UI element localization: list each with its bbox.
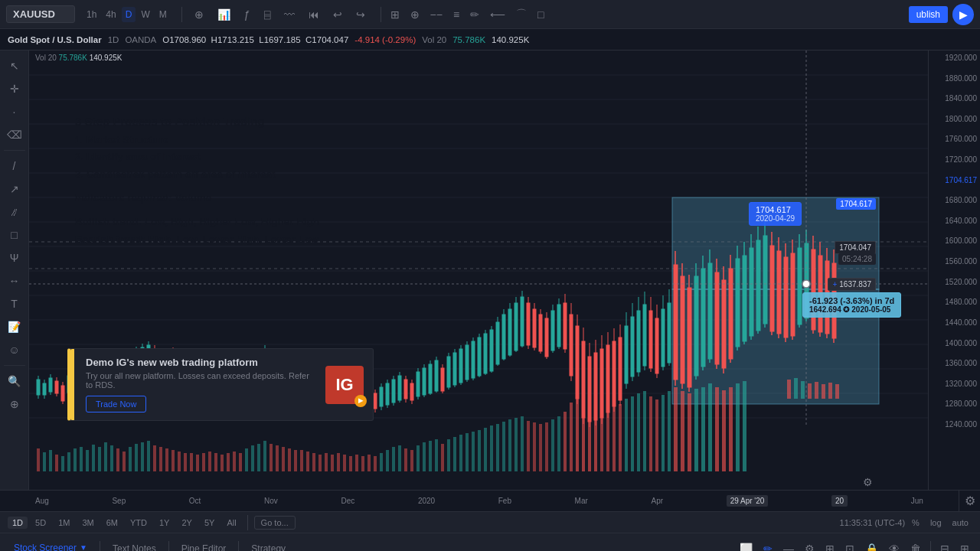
vol-indicator: Vol 20 75.786K 140.925K (35, 54, 122, 62)
indicators-icon[interactable]: ƒ (240, 6, 255, 23)
fib-tool[interactable]: Ψ (4, 247, 25, 269)
crosshair-icon[interactable]: ⊕ (406, 6, 424, 23)
svg-rect-298 (147, 441, 150, 471)
lock-icon-btn[interactable]: 🔒 (861, 540, 883, 552)
line-icon-btn[interactable]: — (779, 540, 799, 552)
note-tool[interactable]: 📝 (4, 316, 25, 337)
tf-4h[interactable]: 4h (102, 7, 119, 22)
tf-1h[interactable]: 1h (83, 7, 100, 22)
log-button[interactable]: log (926, 517, 946, 529)
eraser-icon[interactable]: −− (426, 6, 447, 23)
svg-rect-381 (655, 399, 658, 471)
period-2y[interactable]: 2Y (177, 517, 196, 529)
eye-icon-btn[interactable]: 👁 (884, 540, 904, 552)
cursor-tool[interactable]: ↖ (4, 55, 25, 77)
period-1m[interactable]: 1M (54, 517, 74, 529)
emoji-tool[interactable]: ☺ (4, 339, 25, 360)
svg-point-279 (802, 280, 810, 288)
left-toolbar: ↖ ✛ · ⌫ / ↗ ⫽ □ Ψ ↔ T 📝 ☺ 🔍 ⊕ (0, 51, 29, 490)
tab-text-notes[interactable]: Text Notes (105, 540, 164, 552)
period-ytd[interactable]: YTD (126, 517, 152, 529)
symbol-display[interactable]: XAUUSD (6, 5, 75, 23)
measure-tool[interactable]: ↔ (4, 270, 25, 292)
compare-icon[interactable]: ⊕ (190, 6, 208, 23)
tf-W[interactable]: W (137, 7, 153, 22)
period-all[interactable]: All (222, 517, 240, 529)
chart-settings-icon[interactable]: ⚙ (863, 476, 873, 488)
period-5y[interactable]: 5Y (200, 517, 219, 529)
dot-tool[interactable]: · (4, 101, 25, 122)
redo-icon[interactable]: ↪ (351, 6, 370, 23)
price-1320: 1360.000 (929, 359, 977, 367)
tab-stock-screener[interactable]: Stock Screener ▼ (6, 540, 95, 552)
crop-icon-btn[interactable]: ⊡ (841, 540, 859, 552)
svg-rect-342 (416, 445, 420, 471)
svg-rect-308 (208, 452, 211, 471)
collapse-icon-btn[interactable]: ⊟ (936, 540, 954, 552)
replay-icon[interactable]: ⏮ (304, 6, 324, 23)
svg-rect-356 (502, 422, 505, 471)
svg-rect-374 (612, 403, 616, 471)
go-live-button[interactable]: ▶ (952, 4, 974, 25)
period-1d[interactable]: 1D (8, 517, 28, 529)
svg-rect-350 (466, 433, 469, 471)
period-5d[interactable]: 5D (31, 517, 51, 529)
arrow-tool[interactable]: ↗ (4, 178, 25, 200)
wave-icon[interactable]: 〰 (279, 6, 299, 23)
auto-button[interactable]: auto (949, 517, 972, 529)
line-tool-icon[interactable]: ⟵ (485, 6, 510, 23)
trash-icon-btn[interactable]: 🗑 (906, 540, 926, 552)
ad-logo: IG ▶ (325, 366, 364, 404)
instrument-name: Gold Spot / U.S. Dollar (8, 35, 102, 44)
svg-rect-317 (263, 441, 266, 471)
trade-now-button[interactable]: Trade Now (86, 396, 146, 412)
period-1y[interactable]: 1Y (155, 517, 174, 529)
tool-sep (4, 150, 25, 151)
bar-chart-icon[interactable]: ⌸ (260, 6, 275, 23)
time-mar: Mar (575, 497, 588, 505)
publish-button[interactable]: ublish (909, 6, 948, 23)
eraser-tool[interactable]: ⌫ (4, 124, 25, 145)
magnet-icon[interactable]: ⊞ (386, 6, 404, 23)
svg-rect-338 (392, 447, 395, 471)
svg-rect-369 (582, 391, 585, 471)
tab-pine-editor[interactable]: Pine Editor (174, 540, 234, 552)
svg-rect-297 (141, 442, 144, 471)
pencil-icon-btn[interactable]: ✏ (759, 540, 777, 552)
text-notes-label: Text Notes (113, 543, 156, 552)
text-icon[interactable]: ≡ (449, 6, 464, 23)
layers-icon-btn[interactable]: ⊞ (821, 540, 839, 552)
timeframe-group: 1h 4h D W M (80, 7, 174, 22)
svg-rect-400 (822, 384, 825, 399)
rect-tool[interactable]: □ (4, 224, 25, 246)
channel-tool[interactable]: ⫽ (4, 201, 25, 223)
stock-screener-label: Stock Screener (14, 543, 77, 552)
zoom-tool[interactable]: 🔍 (4, 370, 25, 392)
tf-M[interactable]: M (155, 7, 171, 22)
time-settings-icon[interactable]: ⚙ (959, 491, 980, 512)
curve-icon[interactable]: ⌒ (511, 5, 531, 24)
pine-editor-label: Pine Editor (181, 543, 227, 552)
gear-icon-btn[interactable]: ⚙ (800, 540, 819, 552)
svg-rect-394 (743, 381, 746, 471)
goto-button[interactable]: Go to... (254, 516, 296, 530)
price-1440: 1480.000 (929, 298, 977, 306)
tab-strategy[interactable]: Strategy (243, 540, 293, 552)
period-6m[interactable]: 6M (102, 517, 122, 529)
trendline-tool[interactable]: / (4, 155, 25, 177)
shape-icon[interactable]: □ (533, 6, 548, 23)
rect-icon-btn[interactable]: ⬜ (735, 540, 757, 552)
pct-button[interactable]: % (908, 517, 923, 529)
chart-type-icon[interactable]: 📊 (213, 6, 235, 23)
fullscreen-icon-btn[interactable]: ⊞ (956, 540, 974, 552)
drawing-icon[interactable]: ✏ (466, 6, 484, 23)
magnet-tool[interactable]: ⊕ (4, 393, 25, 415)
tf-D[interactable]: D (122, 7, 136, 22)
undo-icon[interactable]: ↩ (328, 6, 347, 23)
crosshair-tool[interactable]: ✛ (4, 78, 25, 99)
chart-area[interactable]: USD (29, 51, 928, 490)
period-3m[interactable]: 3M (77, 517, 98, 529)
svg-rect-351 (472, 432, 475, 471)
vol1-value: 75.786K (452, 35, 485, 44)
text-tool[interactable]: T (4, 293, 25, 315)
